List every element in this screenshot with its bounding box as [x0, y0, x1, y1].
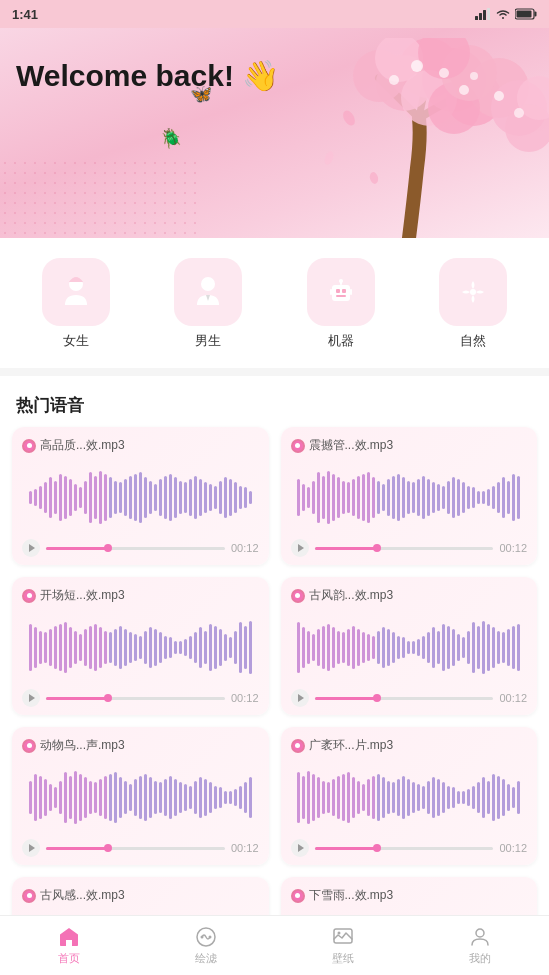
audio-card-5-progress-dot — [104, 844, 112, 852]
category-female-icon-wrap — [42, 258, 110, 326]
audio-card-5-play-btn[interactable] — [22, 839, 40, 857]
svg-point-26 — [470, 72, 478, 80]
audio-card-5-duration: 00:12 — [231, 842, 259, 854]
audio-card-4-dot — [291, 589, 305, 603]
partial-card-8-dot — [291, 889, 305, 903]
svg-point-28 — [341, 109, 358, 128]
partial-card-7-filename: 古风感...效.mp3 — [40, 887, 125, 904]
audio-card-2[interactable]: 震撼管...效.mp3 00:12 — [281, 427, 538, 565]
svg-rect-36 — [336, 295, 346, 297]
home-icon — [57, 925, 81, 949]
category-robot[interactable]: 机器 — [307, 258, 375, 350]
status-bar: 1:41 — [0, 0, 549, 28]
nav-home-label: 首页 — [58, 951, 80, 966]
butterfly-icon-1: 🦋 — [190, 83, 212, 105]
robot-icon — [322, 273, 360, 311]
audio-card-4-waveform — [291, 610, 528, 685]
nav-item-wallpaper[interactable]: 壁纸 — [275, 925, 412, 966]
svg-point-23 — [459, 85, 469, 95]
svg-rect-2 — [483, 10, 486, 20]
audio-card-5[interactable]: 动物鸟...声.mp3 00:12 — [12, 727, 269, 865]
audio-card-5-waveform — [22, 760, 259, 835]
svg-point-27 — [514, 108, 524, 118]
svg-point-25 — [494, 91, 504, 101]
svg-rect-6 — [517, 11, 532, 18]
category-robot-icon-wrap — [307, 258, 375, 326]
audio-card-5-filename: 动物鸟...声.mp3 — [40, 737, 125, 754]
wifi-icon — [495, 8, 511, 20]
categories-row: 女生 男生 机器 — [0, 238, 549, 360]
svg-rect-34 — [336, 289, 340, 293]
audio-card-3[interactable]: 开场短...效.mp3 00:12 — [12, 577, 269, 715]
signal-icon — [475, 8, 491, 20]
svg-rect-35 — [342, 289, 346, 293]
battery-icon — [515, 8, 537, 20]
audio-card-1-title-row: 高品质...效.mp3 — [22, 437, 259, 454]
category-female[interactable]: 女生 — [42, 258, 110, 350]
audio-card-2-dot — [291, 439, 305, 453]
category-male-icon-wrap — [174, 258, 242, 326]
audio-card-1-duration: 00:12 — [231, 542, 259, 554]
audio-card-6-waveform — [291, 760, 528, 835]
svg-rect-39 — [330, 289, 332, 295]
category-female-label: 女生 — [63, 332, 89, 350]
audio-card-1-filename: 高品质...效.mp3 — [40, 437, 125, 454]
male-icon — [189, 273, 227, 311]
partial-card-7-dot — [22, 889, 36, 903]
nav-item-profile[interactable]: 我的 — [412, 925, 549, 966]
svg-point-24 — [389, 75, 399, 85]
audio-card-3-duration: 00:12 — [231, 692, 259, 704]
nav-profile-label: 我的 — [469, 951, 491, 966]
audio-card-4-play-btn[interactable] — [291, 689, 309, 707]
svg-point-21 — [411, 60, 423, 72]
category-nature[interactable]: 自然 — [439, 258, 507, 350]
audio-card-4-duration: 00:12 — [499, 692, 527, 704]
category-male[interactable]: 男生 — [174, 258, 242, 350]
dots-decoration — [0, 158, 200, 238]
category-nature-label: 自然 — [460, 332, 486, 350]
hot-section-title: 热门语音 — [0, 384, 549, 427]
audio-card-4[interactable]: 古风韵...效.mp3 00:12 — [281, 577, 538, 715]
audio-card-3-progress-track[interactable] — [46, 697, 225, 700]
status-icons — [475, 8, 537, 20]
audio-card-1-progress-fill — [46, 547, 109, 550]
audio-card-4-progress-track[interactable] — [315, 697, 494, 700]
partial-card-8-filename: 下雪雨...效.mp3 — [309, 887, 394, 904]
audio-card-1[interactable]: 高品质...效.mp3 00:12 — [12, 427, 269, 565]
audio-card-5-progress-track[interactable] — [46, 847, 225, 850]
audio-card-6-progress-track[interactable] — [315, 847, 494, 850]
audio-card-4-title-row: 古风韵...效.mp3 — [291, 587, 528, 604]
nav-filter-label: 绘滤 — [195, 951, 217, 966]
audio-card-4-progress-dot — [373, 694, 381, 702]
audio-card-6-play-btn[interactable] — [291, 839, 309, 857]
audio-card-2-play-btn[interactable] — [291, 539, 309, 557]
audio-card-2-title-row: 震撼管...效.mp3 — [291, 437, 528, 454]
audio-card-1-play-btn[interactable] — [22, 539, 40, 557]
audio-card-1-progress-dot — [104, 544, 112, 552]
audio-card-4-filename: 古风韵...效.mp3 — [309, 587, 394, 604]
svg-point-44 — [208, 936, 211, 939]
audio-card-3-filename: 开场短...效.mp3 — [40, 587, 125, 604]
audio-card-1-footer: 00:12 — [22, 539, 259, 557]
audio-card-3-progress-fill — [46, 697, 109, 700]
butterfly-icon-2: 🪲 — [158, 126, 185, 153]
audio-card-2-progress-track[interactable] — [315, 547, 494, 550]
nav-item-home[interactable]: 首页 — [0, 925, 137, 966]
wallpaper-icon — [331, 925, 355, 949]
audio-card-6[interactable]: 广袤环...片.mp3 00:12 — [281, 727, 538, 865]
category-robot-label: 机器 — [328, 332, 354, 350]
svg-point-22 — [439, 68, 449, 78]
audio-card-1-progress-track[interactable] — [46, 547, 225, 550]
svg-rect-0 — [475, 16, 478, 20]
partial-card-7-title: 古风感...效.mp3 — [22, 887, 259, 904]
audio-card-6-filename: 广袤环...片.mp3 — [309, 737, 394, 754]
svg-rect-40 — [350, 289, 352, 295]
nav-item-filter[interactable]: 绘滤 — [137, 925, 274, 966]
audio-card-3-play-btn[interactable] — [22, 689, 40, 707]
audio-card-3-progress-dot — [104, 694, 112, 702]
section-divider — [0, 368, 549, 376]
filter-icon — [194, 925, 218, 949]
svg-rect-1 — [479, 13, 482, 20]
audio-card-2-progress-dot — [373, 544, 381, 552]
cherry-tree-decoration — [299, 38, 549, 238]
